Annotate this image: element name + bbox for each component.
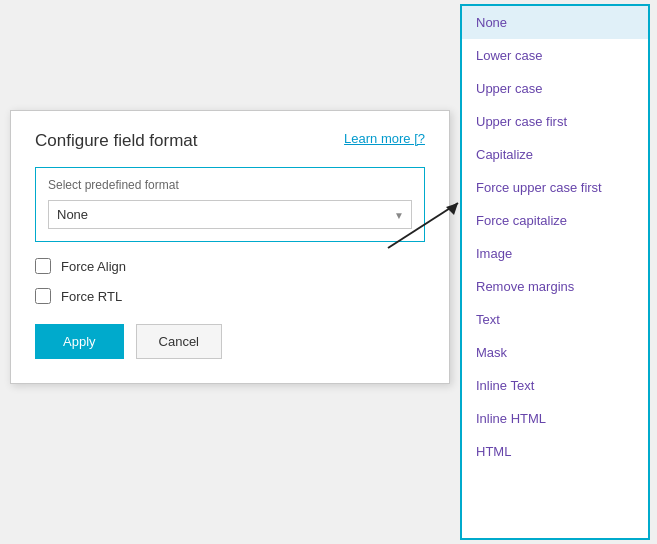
dropdown-item[interactable]: Image: [462, 237, 648, 270]
dropdown-item[interactable]: Text: [462, 303, 648, 336]
dialog-header: Configure field format Learn more [?: [35, 131, 425, 151]
dialog-title: Configure field format: [35, 131, 198, 151]
dropdown-list[interactable]: NoneLower caseUpper caseUpper case first…: [462, 6, 648, 538]
dropdown-item[interactable]: Lower case: [462, 39, 648, 72]
dropdown-item[interactable]: HTML: [462, 435, 648, 468]
predefined-format-group: Select predefined format None Lower case…: [35, 167, 425, 242]
dropdown-item[interactable]: Force capitalize: [462, 204, 648, 237]
dropdown-item[interactable]: Inline HTML: [462, 402, 648, 435]
select-wrapper: None Lower case Upper case Upper case fi…: [48, 200, 412, 229]
configure-field-format-dialog: Configure field format Learn more [? Sel…: [10, 110, 450, 384]
dropdown-item[interactable]: Upper case first: [462, 105, 648, 138]
dropdown-item[interactable]: Upper case: [462, 72, 648, 105]
force-align-checkbox[interactable]: [35, 258, 51, 274]
dropdown-item[interactable]: Remove margins: [462, 270, 648, 303]
force-align-row: Force Align: [35, 258, 425, 274]
dropdown-item[interactable]: Inline Text: [462, 369, 648, 402]
field-group-label: Select predefined format: [48, 178, 412, 192]
predefined-format-select[interactable]: None Lower case Upper case Upper case fi…: [48, 200, 412, 229]
button-row: Apply Cancel: [35, 324, 425, 359]
force-rtl-row: Force RTL: [35, 288, 425, 304]
force-rtl-checkbox[interactable]: [35, 288, 51, 304]
dropdown-panel: NoneLower caseUpper caseUpper case first…: [460, 4, 650, 540]
force-rtl-label[interactable]: Force RTL: [61, 289, 122, 304]
cancel-button[interactable]: Cancel: [136, 324, 222, 359]
dropdown-item[interactable]: Force upper case first: [462, 171, 648, 204]
force-align-label[interactable]: Force Align: [61, 259, 126, 274]
dropdown-item[interactable]: None: [462, 6, 648, 39]
dropdown-item[interactable]: Capitalize: [462, 138, 648, 171]
dropdown-item[interactable]: Mask: [462, 336, 648, 369]
apply-button[interactable]: Apply: [35, 324, 124, 359]
learn-more-link[interactable]: Learn more [?: [344, 131, 425, 146]
